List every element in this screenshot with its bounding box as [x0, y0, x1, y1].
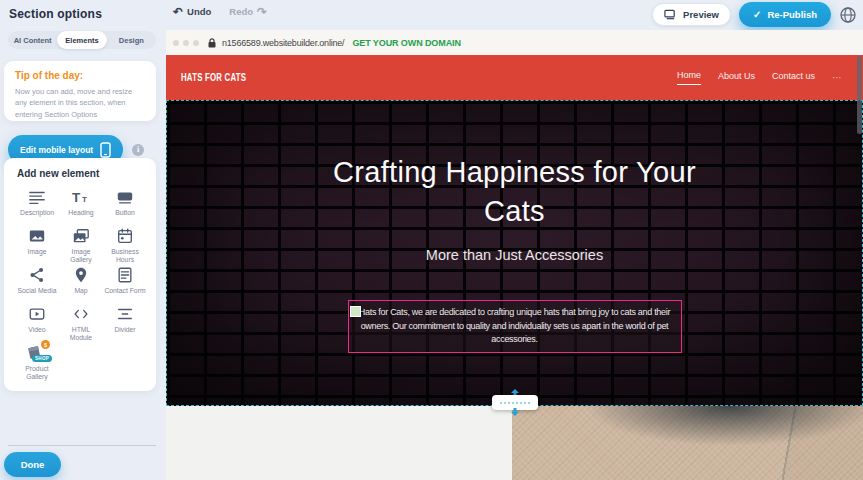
canvas-scrollbar[interactable]	[857, 56, 862, 134]
drag-dots-icon	[500, 402, 530, 404]
hero-title[interactable]: Crafting Happiness for Your Cats	[300, 153, 730, 231]
add-element-card: Add new element Description TT Heading B…	[4, 158, 156, 391]
hero-subtitle[interactable]: More than Just Accessories	[300, 247, 730, 263]
arrow-down-icon	[510, 408, 520, 416]
panel-divider	[8, 445, 156, 446]
info-icon[interactable]: i	[132, 144, 144, 156]
element-map[interactable]: Map	[60, 265, 102, 304]
republish-label: Re-Publish	[767, 9, 817, 20]
page-title: Section options	[9, 7, 102, 21]
shop-badge: SHOP	[32, 355, 52, 362]
undo-button[interactable]: ↶ Undo	[173, 6, 211, 17]
svg-text:T: T	[72, 189, 81, 204]
get-domain-link[interactable]: GET YOUR OWN DOMAIN	[352, 38, 460, 48]
republish-button[interactable]: ✓ Re-Publish	[739, 2, 831, 27]
lock-icon	[208, 38, 216, 48]
element-image-gallery[interactable]: Image Gallery	[60, 226, 102, 265]
map-icon	[72, 265, 90, 284]
element-business-hours[interactable]: Business Hours	[104, 226, 146, 265]
html-module-icon	[72, 304, 90, 323]
image-gallery-icon	[72, 226, 90, 245]
element-heading[interactable]: TT Heading	[60, 187, 102, 226]
nav-home[interactable]: Home	[677, 70, 701, 85]
video-icon	[28, 304, 46, 323]
description-icon	[28, 187, 46, 206]
edit-mobile-layout-label: Edit mobile layout	[20, 145, 93, 155]
hero-paragraph: Hats for Cats, we are dedicated to craft…	[357, 306, 673, 347]
topbar-actions: Preview ✓ Re-Publish	[652, 2, 857, 27]
done-button[interactable]: Done	[4, 452, 61, 477]
devices-icon	[664, 9, 677, 20]
site-logo[interactable]: HATS FOR CATS	[181, 72, 246, 83]
element-divider[interactable]: Divider	[104, 304, 146, 343]
nav-more-icon[interactable]: ⋯	[832, 72, 843, 83]
nav-contact-us[interactable]: Contact us	[772, 71, 815, 85]
next-section-image	[512, 406, 863, 480]
sidebar: AI Content Elements Design Tip of the da…	[0, 30, 166, 480]
redo-icon: ↷	[257, 7, 267, 17]
undo-icon: ↶	[173, 7, 183, 17]
app-topbar: Section options ↶ Undo Redo ↷ Preview ✓ …	[0, 0, 863, 30]
element-html-module[interactable]: HTML Module	[60, 304, 102, 343]
tab-elements[interactable]: Elements	[57, 31, 106, 49]
tab-ai-content[interactable]: AI Content	[8, 31, 57, 49]
preview-button[interactable]: Preview	[652, 3, 731, 26]
element-social-media[interactable]: Social Media	[16, 265, 58, 304]
element-image[interactable]: Image	[16, 226, 58, 265]
price-badge-icon: $	[41, 340, 50, 349]
check-icon: ✓	[753, 9, 761, 20]
business-hours-icon	[116, 226, 134, 245]
nav-about-us[interactable]: About Us	[718, 71, 755, 85]
next-section	[166, 406, 863, 480]
redo-label: Redo	[229, 6, 253, 17]
site-preview-canvas: n1566589.websitebuilder.online/ GET YOUR…	[166, 30, 863, 480]
globe-icon[interactable]	[839, 6, 857, 24]
element-button[interactable]: Button	[104, 187, 146, 226]
preview-label: Preview	[683, 9, 719, 20]
site-nav: Home About Us Contact us ⋯	[677, 55, 843, 100]
tab-design[interactable]: Design	[107, 31, 156, 49]
section-resize-control	[492, 391, 538, 414]
history-controls: ↶ Undo Redo ↷	[173, 6, 267, 17]
element-description[interactable]: Description	[16, 187, 58, 226]
undo-label: Undo	[187, 6, 211, 17]
element-contact-form[interactable]: Contact Form	[104, 265, 146, 304]
tip-of-the-day-card: Tip of the day: Now you can add, move an…	[4, 61, 156, 121]
social-media-icon	[28, 265, 46, 284]
element-resize-handle[interactable]	[350, 306, 361, 317]
phone-icon	[100, 142, 111, 158]
site-header: HATS FOR CATS Home About Us Contact us ⋯	[166, 55, 863, 100]
contact-form-icon	[116, 265, 134, 284]
heading-icon: TT	[72, 187, 90, 206]
product-gallery-icon: $ SHOP	[26, 343, 48, 362]
divider-icon	[116, 304, 134, 323]
site-url: n1566589.websitebuilder.online/	[222, 38, 344, 48]
element-grid: Description TT Heading Button Image	[16, 187, 156, 382]
add-element-title: Add new element	[17, 168, 156, 179]
image-icon	[28, 226, 46, 245]
sidebar-tabs: AI Content Elements Design	[8, 31, 156, 49]
button-icon	[116, 187, 134, 206]
svg-text:T: T	[82, 194, 87, 203]
hero-section: Crafting Happiness for Your Cats More th…	[166, 100, 863, 406]
browser-dots-icon	[173, 40, 199, 46]
tip-body: Now you can add, move and resize any ele…	[15, 86, 145, 120]
element-product-gallery[interactable]: $ SHOP Product Gallery	[16, 343, 58, 382]
hero-paragraph-box[interactable]: Hats for Cats, we are dedicated to craft…	[348, 300, 682, 353]
tip-title: Tip of the day:	[15, 70, 145, 81]
redo-button[interactable]: Redo ↷	[229, 6, 267, 17]
element-video[interactable]: Video	[16, 304, 58, 343]
browser-chrome: n1566589.websitebuilder.online/ GET YOUR…	[166, 30, 863, 55]
